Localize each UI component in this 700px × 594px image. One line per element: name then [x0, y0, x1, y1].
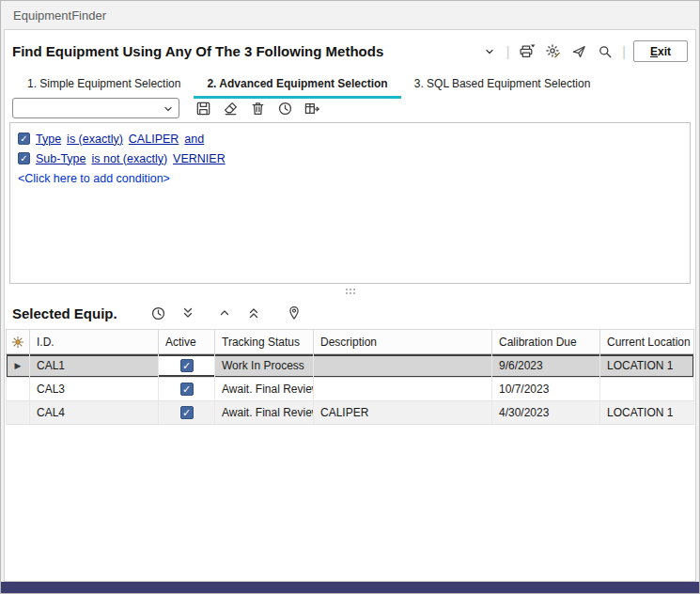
cell-description[interactable]: CALIPER — [314, 401, 492, 425]
condition-field-link[interactable]: Type — [36, 133, 61, 146]
grid-header: I.D. Active Tracking Status Description … — [6, 329, 694, 354]
apply-filter-to-grid-button[interactable] — [303, 99, 321, 117]
cell-active[interactable]: ✓ — [159, 401, 215, 425]
grid-body: ▶ CAL1 ✓ Work In Process 9/6/2023 LOCATI… — [6, 354, 694, 425]
table-row[interactable]: ▶ CAL1 ✓ Work In Process 9/6/2023 LOCATI… — [6, 354, 694, 378]
print-button[interactable] — [517, 42, 536, 61]
sun-icon — [11, 336, 24, 349]
cell-tracking-status[interactable]: Await. Final Review — [215, 401, 314, 425]
equipment-history-button[interactable] — [149, 304, 168, 322]
column-header-description[interactable]: Description — [314, 329, 492, 354]
search-button[interactable] — [596, 42, 614, 61]
cell-id[interactable]: CAL3 — [30, 378, 159, 401]
active-checkbox[interactable]: ✓ — [180, 406, 194, 419]
condition-row: ✓ Type is (exactly) CALIPER and — [18, 129, 682, 148]
cell-tracking-status[interactable]: Await. Final Review — [215, 378, 314, 401]
cell-calibration-due[interactable]: 9/6/2023 — [492, 354, 600, 378]
cell-current-location[interactable]: LOCATION 1 — [600, 354, 694, 378]
save-filter-button[interactable] — [194, 99, 212, 117]
search-icon — [598, 44, 613, 59]
filter-toolbar — [12, 97, 321, 119]
equipmentfinder-window: EquipmentFinder Find Equipment Using Any… — [0, 0, 700, 594]
double-chevron-down-icon — [180, 305, 195, 320]
filter-history-button[interactable] — [275, 99, 294, 117]
grid-customize-button[interactable] — [6, 329, 30, 354]
send-button[interactable] — [569, 42, 588, 61]
move-to-bottom-button[interactable] — [179, 304, 197, 322]
exit-button[interactable]: Exit — [633, 40, 688, 62]
row-indicator — [6, 401, 30, 425]
cell-description[interactable] — [314, 354, 492, 378]
tab-advanced-equipment-selection[interactable]: 2. Advanced Equipment Selection — [194, 73, 400, 99]
double-chevron-up-icon — [246, 305, 261, 320]
selected-equipment-toolbar — [149, 304, 303, 322]
cell-current-location[interactable] — [600, 378, 694, 401]
floppy-disk-icon — [195, 101, 211, 117]
paper-plane-icon — [571, 44, 586, 59]
column-header-tracking-status[interactable]: Tracking Status — [215, 329, 314, 354]
row-indicator: ▶ — [6, 354, 30, 378]
eraser-icon — [223, 101, 239, 117]
divider: | — [622, 44, 626, 59]
table-row[interactable]: CAL3 ✓ Await. Final Review 10/7/2023 — [6, 378, 694, 401]
column-header-current-location[interactable]: Current Location — [600, 329, 694, 354]
chevron-down-icon — [484, 46, 495, 57]
page-title: Find Equipment Using Any Of The 3 Follow… — [12, 43, 383, 59]
cell-tracking-status[interactable]: Work In Process — [215, 354, 314, 378]
tab-strip: 1. Simple Equipment Selection 2. Advance… — [14, 73, 603, 99]
printer-icon — [518, 43, 536, 59]
column-header-calibration-due[interactable]: Calibration Due — [492, 329, 600, 354]
title-bar: EquipmentFinder — [1, 1, 699, 29]
tab-sql-based-equipment-selection[interactable]: 3. SQL Based Equipment Selection — [401, 73, 604, 99]
chevron-up-icon — [217, 305, 232, 320]
clear-filter-button[interactable] — [221, 99, 240, 117]
chevron-down-icon — [163, 103, 174, 115]
selected-equipment-grid: I.D. Active Tracking Status Description … — [6, 329, 694, 425]
cell-current-location[interactable]: LOCATION 1 — [600, 401, 694, 425]
tab-simple-equipment-selection[interactable]: 1. Simple Equipment Selection — [14, 73, 194, 99]
saved-filter-combobox[interactable] — [12, 98, 179, 118]
active-checkbox[interactable]: ✓ — [180, 383, 194, 396]
cell-id[interactable]: CAL4 — [30, 401, 159, 425]
condition-builder-panel: ✓ Type is (exactly) CALIPER and ✓ Sub-Ty… — [9, 122, 691, 284]
status-strip — [1, 582, 699, 593]
splitter-grip-icon — [346, 289, 348, 290]
row-indicator — [6, 378, 30, 401]
condition-value-link[interactable]: VERNIER — [173, 152, 226, 165]
trash-icon — [250, 101, 266, 117]
window-title: EquipmentFinder — [13, 8, 106, 23]
header-actions: | — [480, 40, 688, 62]
location-pin-icon — [287, 305, 302, 320]
column-header-id[interactable]: I.D. — [30, 329, 159, 354]
add-condition-link[interactable]: <Click here to add condition> — [18, 168, 682, 188]
condition-checkbox[interactable]: ✓ — [18, 152, 30, 164]
panel-splitter[interactable] — [5, 285, 695, 297]
delete-filter-button[interactable] — [248, 99, 267, 117]
cell-id[interactable]: CAL1 — [30, 354, 159, 378]
condition-operator-link[interactable]: is not (exactly) — [92, 152, 168, 165]
cell-active[interactable]: ✓ — [159, 354, 215, 378]
condition-checkbox[interactable]: ✓ — [18, 133, 30, 145]
cell-calibration-due[interactable]: 4/30/2023 — [492, 401, 600, 425]
move-to-top-button[interactable] — [244, 304, 263, 322]
clock-icon — [150, 305, 166, 321]
cell-description[interactable] — [314, 378, 492, 401]
divider: | — [506, 44, 510, 59]
condition-row: ✓ Sub-Type is not (exactly) VERNIER — [18, 148, 682, 168]
active-checkbox[interactable]: ✓ — [180, 359, 194, 372]
locate-equipment-button[interactable] — [285, 304, 303, 322]
table-arrow-icon — [303, 101, 320, 117]
table-row[interactable]: CAL4 ✓ Await. Final Review CALIPER 4/30/… — [6, 401, 694, 425]
gear-edit-icon — [545, 43, 561, 59]
condition-field-link[interactable]: Sub-Type — [36, 152, 86, 165]
condition-conjunction-link[interactable]: and — [184, 133, 204, 146]
cell-active[interactable]: ✓ — [159, 378, 215, 401]
settings-button[interactable] — [543, 42, 562, 61]
layout-dropdown-button[interactable] — [480, 42, 499, 61]
cell-calibration-due[interactable]: 10/7/2023 — [492, 378, 600, 401]
move-up-button[interactable] — [215, 304, 234, 322]
page-header: Find Equipment Using Any Of The 3 Follow… — [12, 39, 688, 64]
condition-operator-link[interactable]: is (exactly) — [67, 133, 123, 146]
column-header-active[interactable]: Active — [159, 329, 215, 354]
condition-value-link[interactable]: CALIPER — [129, 133, 179, 146]
